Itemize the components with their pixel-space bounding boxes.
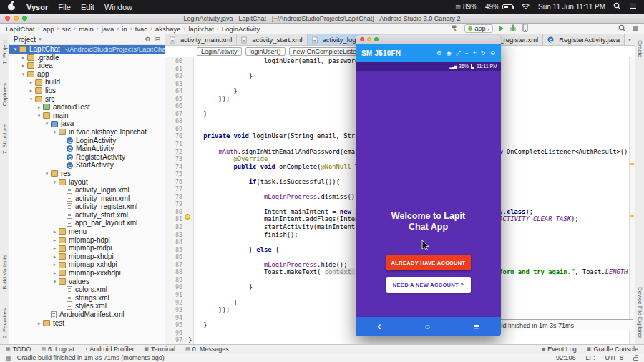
tool-window-button[interactable]: Device File Explorer — [637, 287, 643, 338]
menu-vysor[interactable]: Vysor — [26, 3, 48, 11]
tab-list-icon[interactable]: ▾ — [628, 36, 631, 43]
expand-arrow-icon[interactable]: ▾ — [12, 45, 19, 54]
tree-item[interactable]: app_bar_layout.xml — [9, 219, 165, 228]
wifi-icon[interactable] — [521, 3, 530, 11]
tree-item[interactable]: ▾app — [9, 70, 165, 79]
tree-item[interactable]: activity_login.xml — [9, 186, 165, 195]
avd-manager-icon[interactable] — [522, 24, 528, 34]
debug-button[interactable] — [509, 24, 517, 34]
back-icon[interactable]: ‹ — [377, 321, 381, 332]
tree-item[interactable]: ▸mipmap-xxhdpi — [9, 260, 165, 269]
tree-item[interactable]: ▾layout — [9, 178, 165, 187]
editor-tab[interactable]: activity_start.xml — [237, 34, 307, 45]
menu-file[interactable]: File — [58, 3, 71, 11]
context-chip[interactable]: loginUser() — [245, 47, 286, 56]
expand-arrow-icon[interactable]: ▾ — [52, 128, 58, 137]
tree-item[interactable]: AndroidManifest.xml — [9, 310, 165, 319]
vysor-window[interactable]: SM J510FN ⚙◉⤢−+↻⊙ ▂▄▆ 36% 11:11 PM Welco… — [356, 35, 501, 336]
tree-item[interactable]: ▾in.tvac.akshaye.lapitchat — [9, 128, 165, 137]
breadcrumb-item[interactable]: LoginActivity — [222, 25, 260, 33]
close-window-button[interactable] — [360, 37, 364, 41]
phone-battery-indicator[interactable]: ▥ 89% — [455, 3, 477, 11]
need-new-account-button[interactable]: NEED A NEW ACCOUNT ? — [386, 277, 471, 293]
breadcrumb-item[interactable]: java — [102, 25, 114, 33]
tree-item[interactable]: ▸mipmap-mdpi — [9, 244, 165, 253]
vysor-titlebar[interactable] — [356, 35, 501, 44]
lock-icon[interactable] — [633, 357, 638, 361]
tree-item[interactable]: CRegisterActivity — [9, 153, 165, 162]
breadcrumb-item[interactable]: main — [79, 25, 94, 33]
tool-window-button[interactable]: Build Variants — [1, 255, 8, 290]
tree-item[interactable]: ▸test — [9, 319, 165, 328]
tree-item[interactable]: ▸menu — [9, 228, 165, 236]
tool-windows-grid-icon[interactable]: ▦ — [632, 25, 638, 32]
line-separator-indicator[interactable]: LF: — [585, 354, 595, 361]
tree-item[interactable]: CLoginActivity — [9, 137, 165, 145]
editor-tab[interactable]: activity_main.xml — [165, 34, 237, 45]
tree-item[interactable]: ▾main — [9, 112, 165, 120]
minimize-window-button[interactable] — [367, 37, 371, 41]
expand-arrow-icon[interactable]: ▸ — [20, 54, 26, 62]
expand-arrow-icon[interactable]: ▸ — [36, 319, 42, 328]
run-button[interactable] — [499, 26, 504, 31]
status-message[interactable]: Gradle build finished in 1m 3s 71ms (mom… — [17, 354, 165, 361]
tool-tab[interactable]: ◑Android Profiler — [84, 346, 134, 353]
editor-scrollbar[interactable] — [629, 57, 635, 344]
expand-arrow-icon[interactable]: ▸ — [52, 236, 58, 245]
expand-arrow-icon[interactable]: ▸ — [52, 244, 58, 253]
tool-tab[interactable]: ▣Gradle Console — [587, 346, 638, 353]
fullscreen-icon[interactable]: ⤢ — [456, 49, 461, 57]
minimize-window-button[interactable] — [14, 16, 19, 21]
file-encoding-indicator[interactable]: UTF-8 — [605, 354, 624, 361]
menu-edit[interactable]: Edit — [81, 3, 94, 11]
window-titlebar[interactable]: LoginActivity.java - LapitChat - [~/Andr… — [0, 14, 644, 24]
apple-menu[interactable] — [7, 1, 16, 13]
tree-item[interactable]: ▸androidTest — [9, 103, 165, 112]
context-chip[interactable]: LoginActivity — [197, 47, 242, 56]
breadcrumb-item[interactable]: in — [122, 25, 127, 33]
breadcrumb-item[interactable]: LapitChat — [6, 25, 35, 33]
tool-window-button[interactable]: 2: Favorites — [1, 308, 8, 338]
phone-screen[interactable]: Welcome to Lapit Chat App ALREADY HAVE A… — [356, 71, 501, 317]
tool-tab[interactable]: ◆Event Log — [542, 346, 577, 353]
expand-arrow-icon[interactable]: ▸ — [52, 260, 58, 269]
already-have-account-button[interactable]: ALREADY HAVE ACCOUNT — [386, 255, 471, 270]
tool-switcher-icon[interactable]: ▦ — [6, 355, 11, 361]
expand-arrow-icon[interactable]: ▸ — [52, 269, 58, 278]
project-view-dropdown[interactable]: ▾ — [39, 36, 42, 42]
breadcrumb-item[interactable]: akshaye — [155, 25, 180, 33]
tree-item[interactable]: ▾res — [9, 170, 165, 178]
tool-window-button[interactable]: 1: Project — [1, 40, 8, 64]
expand-arrow-icon[interactable]: ▸ — [28, 78, 34, 87]
tool-tab[interactable]: ▤0: Messages — [185, 346, 229, 353]
tool-window-button[interactable]: Gradle — [637, 40, 643, 57]
volume-down-icon[interactable]: − — [465, 49, 469, 57]
spotlight-icon[interactable] — [613, 2, 621, 11]
collapse-all-icon[interactable]: ⊟ — [155, 36, 160, 43]
tree-item[interactable]: ▾java — [9, 119, 165, 128]
tree-item[interactable]: CMainActivity — [9, 145, 165, 153]
home-icon[interactable]: ○ — [424, 322, 430, 331]
tree-item[interactable]: activity_main.xml — [9, 195, 165, 203]
volume-up-icon[interactable]: + — [473, 49, 477, 57]
expand-arrow-icon[interactable]: ▸ — [52, 253, 58, 261]
zoom-window-button[interactable] — [374, 37, 379, 41]
tree-item[interactable]: ▸.gradle — [9, 54, 165, 62]
tree-item[interactable]: ▸libs — [9, 87, 165, 95]
tree-item[interactable]: ▸mipmap-hdpi — [9, 236, 165, 245]
editor-tab[interactable]: CRegisterActivity.java — [543, 34, 625, 45]
intention-bulb-icon[interactable] — [185, 214, 190, 220]
expand-arrow-icon[interactable]: ▾ — [44, 170, 50, 178]
tree-item[interactable]: colors.xml — [9, 285, 165, 294]
zoom-window-button[interactable] — [22, 16, 27, 21]
expand-arrow-icon[interactable]: ▸ — [28, 87, 34, 95]
menu-window[interactable]: Window — [104, 3, 132, 11]
tool-window-button[interactable]: Captures — [1, 83, 8, 106]
expand-arrow-icon[interactable]: ▾ — [52, 178, 58, 187]
tree-item[interactable]: activity_register.xml — [9, 202, 165, 211]
tool-tab[interactable]: ▤6: Logcat — [41, 346, 74, 353]
tree-item[interactable]: CStartActivity — [9, 161, 165, 170]
rotate-icon[interactable]: ↻ — [481, 49, 486, 57]
settings-icon[interactable]: ⚙ — [436, 49, 442, 57]
breadcrumb-item[interactable]: src — [62, 25, 72, 33]
